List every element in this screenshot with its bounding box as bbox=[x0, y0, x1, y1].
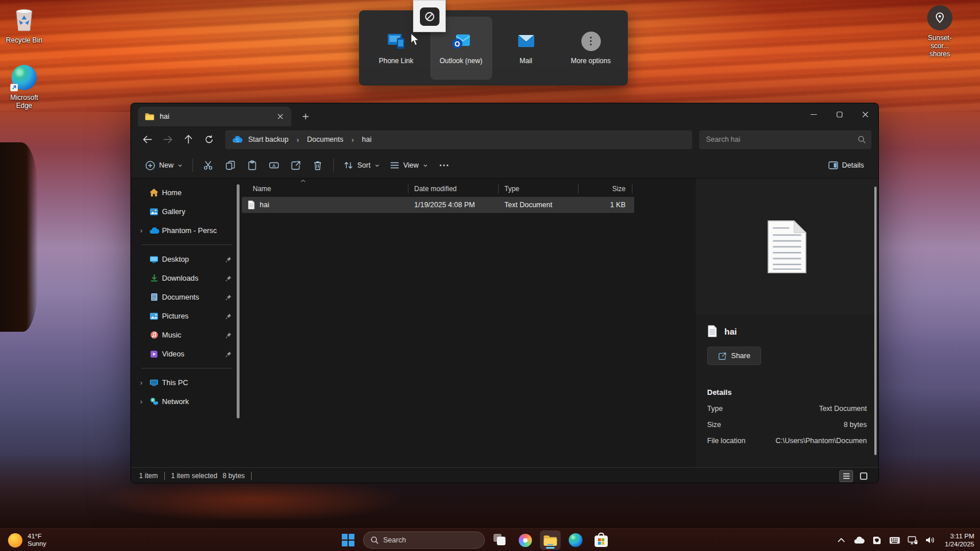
taskbar-clock[interactable]: 3:11 PM 1/24/2025 bbox=[945, 532, 974, 548]
back-button[interactable] bbox=[138, 130, 156, 149]
toolbar-divider bbox=[192, 158, 193, 172]
close-button[interactable] bbox=[852, 103, 878, 125]
copy-button[interactable] bbox=[219, 156, 241, 175]
svg-text:A: A bbox=[272, 163, 276, 168]
sort-button[interactable]: Sort bbox=[338, 156, 385, 175]
flyout-item-mail[interactable]: Mail bbox=[495, 17, 557, 80]
up-button[interactable] bbox=[179, 130, 198, 149]
breadcrumb-item-documents[interactable]: Documents bbox=[307, 135, 344, 143]
trash-icon bbox=[312, 160, 323, 170]
preview-share-button[interactable]: Share bbox=[707, 347, 761, 365]
file-explorer-window: hai bbox=[130, 103, 879, 483]
microsoft-store-button[interactable] bbox=[591, 530, 611, 550]
forward-button[interactable] bbox=[159, 130, 177, 149]
details-view-toggle[interactable] bbox=[839, 470, 853, 482]
share-button[interactable] bbox=[285, 156, 307, 175]
search-input[interactable] bbox=[706, 135, 858, 143]
view-icon bbox=[390, 161, 399, 169]
maximize-button[interactable] bbox=[827, 103, 852, 125]
sidebar-scrollbar[interactable] bbox=[237, 184, 240, 418]
onedrive-tray-icon[interactable] bbox=[854, 533, 865, 547]
sunny-weather-icon bbox=[8, 533, 22, 548]
paste-button[interactable] bbox=[241, 156, 263, 175]
sidebar-item-onedrive-phantom[interactable]: › Phantom - Persc bbox=[133, 221, 238, 240]
column-header-size[interactable]: Size bbox=[578, 181, 632, 197]
weather-widget[interactable]: 41°F Sunny bbox=[8, 529, 47, 551]
more-commands-button[interactable] bbox=[433, 156, 455, 175]
details-section-title: Details bbox=[707, 388, 867, 397]
new-button[interactable]: New bbox=[140, 156, 188, 175]
hidden-icons-chevron[interactable] bbox=[836, 533, 847, 547]
sidebar-item-network[interactable]: › Network bbox=[133, 392, 238, 411]
column-header-date-modified[interactable]: Date modified bbox=[408, 181, 499, 197]
sidebar-item-documents[interactable]: Documents bbox=[133, 288, 238, 306]
refresh-button[interactable] bbox=[200, 130, 218, 149]
details-pane-toggle[interactable]: Details bbox=[823, 156, 869, 175]
breadcrumb-item-start-backup[interactable]: Start backup bbox=[248, 135, 288, 143]
explorer-tab[interactable]: hai bbox=[138, 107, 291, 126]
copilot-button[interactable] bbox=[515, 530, 535, 550]
sidebar-item-videos[interactable]: Videos bbox=[133, 344, 238, 363]
detail-row-size: Size 8 bytes bbox=[707, 421, 867, 429]
start-button[interactable] bbox=[338, 530, 358, 550]
taskbar-search-input[interactable] bbox=[383, 536, 477, 544]
sidebar-item-home[interactable]: Home bbox=[133, 183, 238, 202]
details-toggle-label: Details bbox=[842, 161, 864, 169]
desktop-icon-microsoft-edge[interactable]: Microsoft Edge bbox=[3, 64, 45, 110]
pictures-icon bbox=[148, 312, 160, 320]
sidebar-item-desktop[interactable]: Desktop bbox=[133, 250, 238, 269]
column-header-type[interactable]: Type bbox=[499, 181, 578, 197]
file-explorer-taskbar-button[interactable] bbox=[540, 530, 561, 550]
task-view-button[interactable] bbox=[489, 530, 510, 550]
delete-button[interactable] bbox=[307, 156, 329, 175]
minimize-button[interactable] bbox=[801, 103, 827, 125]
sidebar-item-this-pc[interactable]: › This PC bbox=[133, 373, 238, 392]
gallery-icon bbox=[148, 208, 160, 216]
file-name: hai bbox=[260, 201, 269, 209]
widgets-heart-tray-icon[interactable] bbox=[871, 533, 883, 547]
details-pane-icon bbox=[828, 161, 838, 169]
display-device-icon[interactable] bbox=[907, 533, 919, 547]
cut-button[interactable] bbox=[198, 156, 219, 175]
plus-circle-icon bbox=[145, 161, 155, 170]
more-options-icon bbox=[581, 32, 601, 51]
desktop-icon-recycle-bin[interactable]: Recycle Bin bbox=[3, 7, 45, 44]
breadcrumb-item-hai[interactable]: hai bbox=[362, 135, 372, 143]
sidebar-divider bbox=[141, 245, 232, 245]
desktop-icon-sunset-shores[interactable]: Sunset-scor... shores bbox=[919, 5, 960, 58]
column-header-name[interactable]: Name bbox=[240, 181, 408, 197]
explorer-body: Home Gallery › Phantom - Persc bbox=[131, 179, 878, 467]
task-view-icon bbox=[493, 534, 506, 546]
flyout-item-more-options[interactable]: More options bbox=[560, 17, 622, 80]
status-bar: 1 item 1 item selected 8 bytes bbox=[131, 467, 878, 483]
edge-taskbar-button[interactable] bbox=[565, 530, 586, 550]
clock-date: 1/24/2025 bbox=[945, 540, 974, 548]
sidebar-item-music[interactable]: Music bbox=[133, 325, 238, 344]
navigation-pane: Home Gallery › Phantom - Persc bbox=[131, 179, 240, 467]
shortcut-arrow-icon bbox=[10, 84, 18, 91]
sort-button-label: Sort bbox=[357, 161, 371, 169]
status-selection-size: 8 bytes bbox=[222, 472, 245, 480]
this-pc-icon bbox=[148, 379, 160, 387]
taskbar-search[interactable] bbox=[363, 531, 485, 549]
view-button-label: View bbox=[403, 161, 419, 169]
file-date-modified: 1/19/2025 4:08 PM bbox=[408, 201, 499, 209]
ellipsis-icon bbox=[439, 164, 449, 166]
tab-close-button[interactable] bbox=[274, 110, 287, 123]
touch-keyboard-icon[interactable] bbox=[889, 533, 901, 547]
documents-icon bbox=[148, 293, 160, 301]
new-button-label: New bbox=[159, 161, 173, 169]
detail-row-type: Type Text Document bbox=[707, 405, 867, 413]
text-document-icon bbox=[707, 325, 717, 337]
weather-temperature: 41°F bbox=[28, 533, 47, 540]
file-row-hai[interactable]: hai 1/19/2025 4:08 PM Text Document 1 KB bbox=[242, 197, 634, 213]
volume-icon[interactable] bbox=[925, 533, 936, 547]
sidebar-item-downloads[interactable]: Downloads bbox=[133, 269, 238, 288]
window-scrollbar[interactable] bbox=[874, 187, 877, 455]
sidebar-item-pictures[interactable]: Pictures bbox=[133, 306, 238, 325]
new-tab-button[interactable] bbox=[297, 108, 314, 125]
sidebar-item-gallery[interactable]: Gallery bbox=[133, 202, 238, 221]
large-icons-view-toggle[interactable] bbox=[856, 470, 870, 482]
rename-button[interactable]: A bbox=[263, 156, 285, 175]
view-button[interactable]: View bbox=[385, 156, 433, 175]
